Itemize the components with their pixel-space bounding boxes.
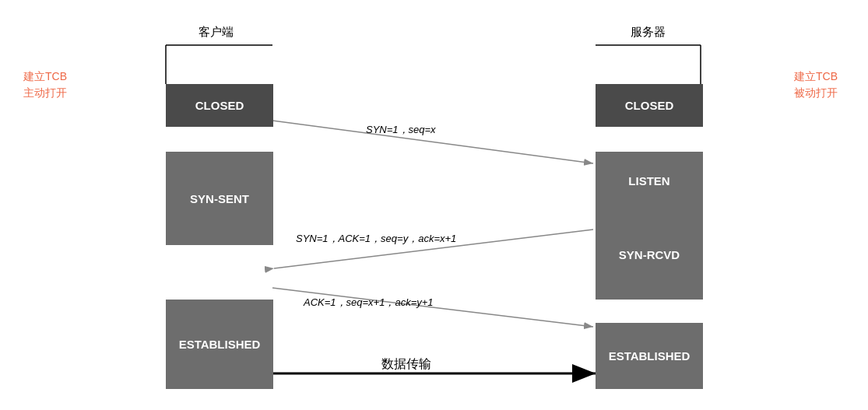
syn-ack-label: SYN=1，ACK=1，seq=y，ack=x+1	[296, 232, 456, 246]
syn-label: SYN=1，seq=x	[366, 123, 436, 137]
data-transfer-label: 数据传输	[381, 356, 431, 373]
diagram-svg	[0, 0, 868, 410]
left-annotation: 建立TCB 主动打开	[23, 68, 67, 101]
client-closed-box: CLOSED	[166, 84, 273, 127]
tcp-handshake-diagram: 客户端 服务器 建立TCB 主动打开 建立TCB 被动打开 CLOSED SYN…	[0, 0, 868, 410]
right-annotation: 建立TCB 被动打开	[794, 68, 838, 101]
server-closed-box: CLOSED	[596, 84, 703, 127]
client-established-box: ESTABLISHED	[166, 300, 273, 389]
server-listen-box: LISTEN	[596, 152, 703, 210]
server-syn-rcvd-box: SYN-RCVD	[596, 210, 703, 300]
server-header-label: 服务器	[631, 25, 666, 40]
server-established-box: ESTABLISHED	[596, 323, 703, 389]
ack-label: ACK=1，seq=x+1，ack=y+1	[304, 296, 434, 310]
client-syn-sent-box: SYN-SENT	[166, 152, 273, 245]
client-header-label: 客户端	[199, 25, 234, 40]
